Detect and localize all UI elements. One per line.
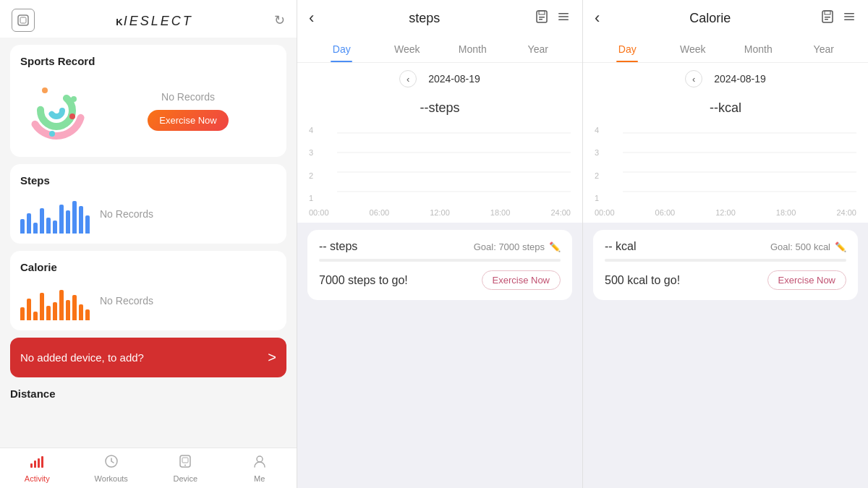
calorie-stat-bottom: 500 kcal to go! Exercise Now xyxy=(605,270,846,290)
calorie-time-6: 06:00 xyxy=(655,208,676,217)
calorie-stat-card: -- kcal Goal: 500 kcal ✏️ 500 kcal to go… xyxy=(593,230,858,300)
calorie-time-12: 12:00 xyxy=(715,208,736,217)
steps-tab-month[interactable]: Month xyxy=(440,36,506,62)
calorie-metric-display: --kcal xyxy=(583,95,868,119)
svg-rect-35 xyxy=(844,19,854,20)
steps-metric-display: --steps xyxy=(297,95,582,119)
nav-me[interactable]: Me xyxy=(223,448,297,488)
calorie-tab-month[interactable]: Month xyxy=(726,36,791,62)
calorie-y-label-1: 1 xyxy=(595,194,599,202)
steps-stat-goal: Goal: 7000 steps ✏️ xyxy=(474,241,561,252)
calorie-tab-bar: Day Week Month Year xyxy=(583,36,868,63)
nav-workouts[interactable]: Workouts xyxy=(75,448,149,488)
activity-panel: KIESLECT ↻ Sports Record xyxy=(0,0,297,488)
steps-menu-icon[interactable] xyxy=(556,9,571,27)
steps-header-icons xyxy=(535,9,571,27)
calorie-tab-day[interactable]: Day xyxy=(595,36,660,62)
svg-rect-32 xyxy=(825,19,828,20)
steps-date: 2024-08-19 xyxy=(428,73,480,85)
svg-point-3 xyxy=(41,95,72,127)
steps-y-labels: 1 2 3 4 xyxy=(309,126,313,205)
steps-back-button[interactable]: ‹ xyxy=(309,9,314,27)
steps-stat-value: -- steps xyxy=(319,240,357,253)
steps-date-prev[interactable]: ‹ xyxy=(399,70,417,87)
sports-no-records: No Records xyxy=(161,91,215,103)
svg-rect-24 xyxy=(558,19,569,20)
calorie-body: No Records xyxy=(20,281,276,320)
svg-rect-1 xyxy=(20,17,26,23)
steps-stat-bottom: 7000 steps to go! Exercise Now xyxy=(319,270,561,290)
steps-bottom-area: -- steps Goal: 7000 steps ✏️ 7000 steps … xyxy=(297,223,582,488)
device-banner[interactable]: No added device, to add? > xyxy=(10,338,286,377)
svg-rect-11 xyxy=(38,458,40,468)
svg-point-4 xyxy=(51,105,62,116)
steps-progress-bar xyxy=(319,259,561,262)
steps-tab-day[interactable]: Day xyxy=(309,36,375,62)
calorie-y-label-3: 3 xyxy=(595,148,599,157)
calorie-tab-week[interactable]: Week xyxy=(660,36,726,62)
steps-exercise-btn[interactable]: Exercise Now xyxy=(482,270,561,290)
steps-time-0: 00:00 xyxy=(309,208,329,217)
calorie-to-go: 500 kcal to go! xyxy=(605,274,680,287)
steps-detail-header: ‹ steps xyxy=(297,0,582,36)
steps-time-labels: 00:00 06:00 12:00 18:00 24:00 xyxy=(297,205,582,223)
svg-rect-21 xyxy=(539,19,542,20)
steps-to-go: 7000 steps to go! xyxy=(319,274,408,287)
calorie-y-label-4: 4 xyxy=(595,126,599,134)
calorie-stat-goal: Goal: 500 kcal ✏️ xyxy=(770,241,846,252)
activity-nav-icon xyxy=(29,453,45,473)
svg-rect-31 xyxy=(825,17,830,18)
steps-panel: ‹ steps Day Week Month xyxy=(297,0,582,488)
sports-record-body: No Records Exercise Now xyxy=(20,74,276,147)
steps-time-24: 24:00 xyxy=(550,208,571,217)
steps-stat-card: -- steps Goal: 7000 steps ✏️ 7000 steps … xyxy=(307,230,572,300)
nav-device[interactable]: Device xyxy=(148,448,223,488)
steps-y-label-1: 1 xyxy=(309,194,313,202)
calorie-date-prev[interactable]: ‹ xyxy=(685,70,702,87)
exercise-now-button[interactable]: Exercise Now xyxy=(148,110,228,131)
steps-time-12: 12:00 xyxy=(430,208,450,217)
svg-point-5 xyxy=(42,87,48,93)
device-nav-label: Device xyxy=(173,474,197,483)
steps-body: No Records xyxy=(20,194,276,234)
refresh-icon[interactable]: ↻ xyxy=(274,12,285,28)
calorie-detail-header: ‹ Calorie xyxy=(583,0,868,36)
calorie-time-24: 24:00 xyxy=(836,208,856,217)
calorie-card: Calorie No Records xyxy=(10,251,286,330)
calorie-metric-value: --kcal xyxy=(710,100,741,115)
svg-rect-0 xyxy=(18,15,28,25)
svg-point-6 xyxy=(71,96,77,102)
steps-y-label-2: 2 xyxy=(309,171,313,180)
calorie-time-labels: 00:00 06:00 12:00 18:00 24:00 xyxy=(583,205,868,223)
me-nav-icon xyxy=(252,453,268,473)
svg-point-8 xyxy=(49,131,55,137)
svg-rect-23 xyxy=(558,16,569,17)
app-header: KIESLECT ↻ xyxy=(0,0,297,38)
steps-edit-icon[interactable]: ✏️ xyxy=(549,241,561,252)
calorie-stat-top: -- kcal Goal: 500 kcal ✏️ xyxy=(605,240,846,253)
calorie-save-icon[interactable] xyxy=(820,9,835,27)
steps-tab-week[interactable]: Week xyxy=(375,36,441,62)
steps-card: Steps No Records xyxy=(10,164,286,244)
calorie-tab-year[interactable]: Year xyxy=(791,36,857,62)
steps-save-icon[interactable] xyxy=(535,9,549,27)
calorie-chart: 1 2 3 4 xyxy=(595,126,856,205)
nav-activity[interactable]: Activity xyxy=(0,448,75,488)
calorie-detail-title: Calorie xyxy=(689,11,731,26)
calorie-back-button[interactable]: ‹ xyxy=(595,9,600,27)
calorie-edit-icon[interactable]: ✏️ xyxy=(835,241,846,252)
steps-detail-title: steps xyxy=(409,11,440,26)
sports-info: No Records Exercise Now xyxy=(100,91,276,131)
svg-point-16 xyxy=(184,465,186,466)
bottom-nav: Activity Workouts Device xyxy=(0,448,297,488)
device-icon xyxy=(12,9,35,32)
me-nav-label: Me xyxy=(254,474,265,483)
steps-time-18: 18:00 xyxy=(490,208,511,217)
calorie-menu-icon[interactable] xyxy=(842,9,856,27)
calorie-date: 2024-08-19 xyxy=(714,73,766,85)
calorie-exercise-btn[interactable]: Exercise Now xyxy=(767,270,846,290)
svg-rect-9 xyxy=(30,463,33,468)
steps-tab-year[interactable]: Year xyxy=(506,36,571,62)
steps-no-records: No Records xyxy=(100,208,153,220)
scroll-content: Sports Record xyxy=(0,38,297,448)
